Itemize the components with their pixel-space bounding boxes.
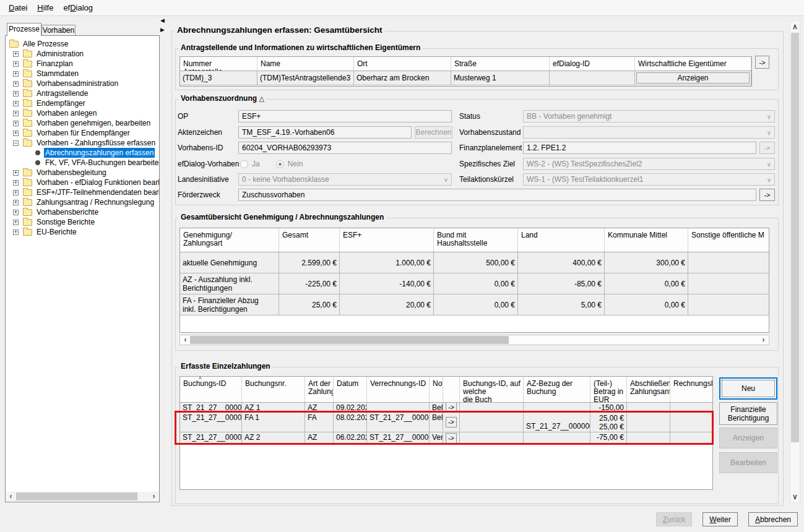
row-arrow-button[interactable]: ->	[446, 417, 457, 427]
applicants-row[interactable]: (TDM)_3(TDM)TestAntragstellende3Oberharz…	[180, 71, 751, 85]
tree-horizontal-scrollbar[interactable]: ‹ ›	[6, 492, 158, 501]
scroll-up-icon[interactable]: ∧	[790, 22, 800, 32]
foerderzweck-field[interactable]	[238, 189, 756, 201]
summary-row[interactable]: FA - Finanzieller Abzug inkl. Berichtigu…	[180, 294, 769, 315]
finanzplanelement-field[interactable]	[523, 142, 756, 154]
tree-item-stammdaten[interactable]: +Stammdaten	[6, 69, 158, 79]
tree-item-vorhabensadministration[interactable]: +Vorhabensadministration	[6, 79, 158, 88]
expand-plus-icon[interactable]: +	[13, 190, 19, 195]
expand-plus-icon[interactable]: +	[13, 91, 19, 97]
expand-plus-icon[interactable]: +	[13, 101, 19, 106]
tree-item-vorhaben-efdialog-funktionen-bearbeiten[interactable]: +Vorhaben - efDialog Funktionen bearbeit…	[6, 178, 158, 187]
payments-column-header[interactable]: (Teil-) Betrag in EUR	[590, 377, 627, 402]
scroll-left-icon[interactable]: ‹	[6, 492, 15, 501]
aktenzeichen-field[interactable]	[238, 126, 412, 139]
menu-item-hilfe[interactable]: Hilfe	[32, 1, 58, 14]
payments-column-header[interactable]: Buchungsnr.	[242, 377, 305, 402]
neu-button[interactable]: Neu	[719, 377, 777, 400]
tree-item-eu-berichte[interactable]: +EU-Berichte	[6, 227, 158, 237]
row-arrow-button[interactable]: ->	[446, 433, 457, 444]
tree-item-zahlungsantrag-rechnungslegung[interactable]: +Zahlungsantrag / Rechnungslegung	[6, 197, 158, 207]
expand-plus-icon[interactable]: +	[13, 61, 19, 67]
summary-column-header[interactable]: Kommunale Mittel	[605, 228, 688, 252]
summary-row[interactable]: AZ - Auszahlung inkl. Berichtigungen-225…	[180, 273, 769, 294]
collapse-minus-icon[interactable]: −	[13, 140, 19, 146]
payments-column-header[interactable]: Datum	[334, 377, 367, 402]
summary-column-header[interactable]: Gesamt	[279, 228, 340, 252]
summary-column-header[interactable]: Land	[518, 228, 605, 252]
tree-item-vorhabensberichte[interactable]: +Vorhabensberichte	[6, 207, 158, 217]
scrollbar-thumb[interactable]	[190, 336, 509, 344]
foerderzweck-arrow-button[interactable]: ->	[759, 189, 775, 201]
scroll-down-icon[interactable]: ∨	[790, 492, 800, 502]
weiter-button[interactable]: Weiter	[702, 512, 738, 526]
expand-plus-icon[interactable]: +	[13, 71, 19, 77]
tree-item-endempfänger[interactable]: +Endempfänger	[6, 98, 158, 108]
expand-plus-icon[interactable]: +	[13, 111, 19, 116]
tree-item-sonstige-berichte[interactable]: +Sonstige Berichte	[6, 217, 158, 227]
summary-column-header[interactable]: Sonstige öffentliche M	[688, 228, 769, 252]
tree-item-administration[interactable]: +Administration	[6, 49, 158, 59]
finanzielle-berichtigung-button[interactable]: Finanzielle Berichtigung	[719, 402, 777, 425]
row-arrow-button[interactable]: ->	[446, 403, 457, 412]
expand-plus-icon[interactable]: +	[13, 230, 19, 235]
tree-item-esf+-jtf-teilnehmendendaten-bearbeiten[interactable]: +ESF+/JTF-Teilnehmendendaten bearbeiten	[6, 187, 158, 197]
expand-plus-icon[interactable]: +	[13, 180, 19, 186]
payments-column-header[interactable]: Abschließende Zahlungsantra	[627, 377, 670, 402]
expand-plus-icon[interactable]: +	[13, 81, 19, 87]
payments-column-header[interactable]: Rechnungsleg	[670, 377, 712, 402]
payments-row[interactable]: ST_21_27__000000FA 1FA08.02.2024ST_21_27…	[180, 413, 712, 432]
payments-row[interactable]: ST_21_27__000000AZ 2AZ06.02.2025ST_21_27…	[180, 432, 712, 444]
expand-plus-icon[interactable]: +	[13, 210, 19, 215]
expand-plus-icon[interactable]: +	[13, 131, 19, 136]
expand-plus-icon[interactable]: +	[13, 220, 19, 225]
anzeigen-button[interactable]: Anzeigen	[636, 72, 750, 84]
summary-column-header[interactable]: ESF+	[340, 228, 434, 252]
tree-item-vorhaben-anlegen[interactable]: +Vorhaben anlegen	[6, 108, 158, 118]
payments-column-header[interactable]: Verrechnungs-ID	[367, 377, 430, 402]
applicants-column-header[interactable]: efDialog-ID	[550, 57, 635, 71]
expand-plus-icon[interactable]: +	[13, 121, 19, 126]
payments-column-header[interactable]: AZ-Bezug der Buchung	[524, 377, 590, 402]
tab-prozesse[interactable]: Prozesse	[7, 23, 41, 36]
scroll-right-icon[interactable]: ›	[759, 335, 768, 345]
tree-item-vorhaben-genehmigen-bearbeiten[interactable]: +Vorhaben genehmigen, bearbeiten	[6, 118, 158, 128]
scrollbar-thumb[interactable]	[791, 33, 799, 442]
expand-plus-icon[interactable]: +	[13, 200, 19, 205]
tree-item-finanzplan[interactable]: +Finanzplan	[6, 59, 158, 69]
payments-column-header[interactable]	[443, 377, 460, 402]
tree-item-fk-vf-vfa-buchungen-bearbeiten[interactable]: FK, VF, VFA-Buchungen bearbeiten	[6, 158, 158, 168]
payments-column-header[interactable]: Buchungs-ID, auf welche die Buch	[460, 377, 524, 402]
tree-item-antragstellende[interactable]: +Antragstellende	[6, 88, 158, 98]
applicants-column-header[interactable]: Wirtschaftliche Eigentümer	[635, 57, 751, 71]
collapse-triangle-icon[interactable]: △	[259, 95, 264, 102]
splitter-expand-right-icon[interactable]: ▶	[160, 27, 165, 33]
summary-column-header[interactable]: Bund mit Haushaltsstelle	[434, 228, 518, 252]
scroll-right-icon[interactable]: ›	[149, 492, 158, 501]
tab-vorhaben[interactable]: Vorhaben	[41, 25, 76, 36]
payments-column-header[interactable]: Art der Zahlung	[305, 377, 334, 402]
applicants-column-header[interactable]: Ort	[354, 57, 451, 71]
main-vertical-scrollbar[interactable]: ∧ ∨	[790, 20, 800, 503]
tree-item-alle-prozesse[interactable]: Alle Prozesse	[6, 39, 158, 49]
scroll-left-icon[interactable]: ‹	[181, 335, 190, 345]
summary-column-header[interactable]: Genehmigung/ Zahlungsart	[180, 228, 279, 252]
op-field[interactable]	[238, 110, 452, 122]
summary-row[interactable]: aktuelle Genehmigung2.599,00 €1.000,00 €…	[180, 252, 769, 273]
tree-item-vorhaben-für-endempfänger[interactable]: +Vorhaben für Endempfänger	[6, 128, 158, 138]
vorhabens-id-field[interactable]	[238, 142, 452, 154]
tree-item-abrechnungszahlungen-erfassen[interactable]: Abrechnungszahlungen erfassen	[6, 148, 158, 158]
applicants-column-header[interactable]: Name	[257, 57, 354, 71]
splitter-collapse-left-icon[interactable]: ◀	[160, 18, 165, 24]
tree-item-vorhabensbegleitung[interactable]: +Vorhabensbegleitung	[6, 168, 158, 178]
tree-item-vorhaben-zahlungsflüsse-erfassen[interactable]: −Vorhaben - Zahlungsflüsse erfassen	[6, 138, 158, 148]
abbrechen-button[interactable]: Abbrechen	[748, 512, 798, 526]
summary-horizontal-scrollbar[interactable]: ‹ ›	[179, 335, 769, 345]
payments-row[interactable]: ST_21_27__000000AZ 1AZ09.02.2023Bele->-1…	[180, 403, 712, 413]
scrollbar-thumb[interactable]	[16, 492, 137, 500]
expand-plus-icon[interactable]: +	[13, 51, 19, 57]
expand-plus-icon[interactable]: +	[13, 170, 19, 176]
applicants-detail-arrow-button[interactable]: ->	[755, 56, 769, 69]
payments-column-header[interactable]: ^Buchungs-ID	[180, 377, 242, 402]
applicants-column-header[interactable]: Straße	[451, 57, 550, 71]
